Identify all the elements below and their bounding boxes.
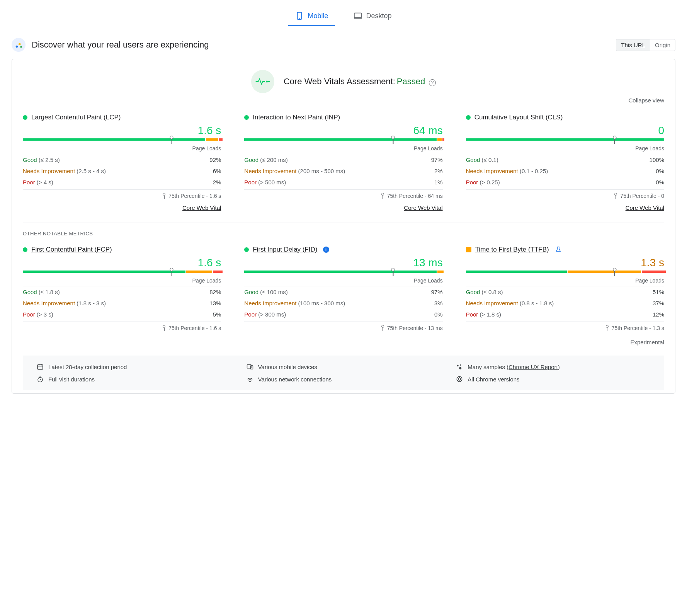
status-dot-good	[244, 115, 249, 120]
metric-name[interactable]: Interaction to Next Paint (INP)	[253, 114, 340, 121]
page-title: Discover what your real users are experi…	[32, 40, 209, 50]
metric-card: First Input Delay (FID)i13 msPage LoadsG…	[244, 246, 442, 331]
header-row: Discover what your real users are experi…	[12, 38, 675, 52]
svg-point-18	[459, 367, 462, 369]
field-data-card: Core Web Vitals Assessment: Passed ? Col…	[12, 59, 675, 394]
svg-line-20	[40, 379, 41, 379]
meta-connections: Various network connections	[247, 376, 441, 383]
svg-point-7	[266, 81, 268, 83]
chrome-icon	[456, 376, 463, 383]
metric-card: Largest Contentful Paint (LCP)1.6 sPage …	[23, 114, 221, 211]
flask-icon[interactable]	[555, 246, 561, 254]
distribution-bar	[466, 138, 664, 141]
page-loads-label: Page Loads	[466, 277, 664, 286]
dist-segment-ni	[437, 271, 443, 273]
assessment-row: Core Web Vitals Assessment: Passed ?	[23, 70, 664, 93]
percentile-marker-icon	[162, 325, 166, 331]
scope-this-url[interactable]: This URL	[616, 39, 650, 51]
distribution-bar	[244, 271, 442, 273]
distribution-row-good: Good (≤ 0.1)100%	[466, 154, 664, 165]
meta-devices: Various mobile devices	[247, 363, 441, 370]
distribution-row-good: Good (≤ 0.8 s)51%	[466, 286, 664, 298]
devices-icon	[247, 363, 253, 370]
distribution-row-ni: Needs Improvement (2.5 s - 4 s)6%	[23, 165, 221, 177]
percentile-footer: 75th Percentile - 1.6 s	[23, 322, 221, 331]
distribution-row-ni: Needs Improvement (200 ms - 500 ms)2%	[244, 165, 442, 177]
svg-point-4	[16, 46, 18, 48]
distribution-bar	[244, 138, 442, 141]
svg-line-27	[461, 380, 462, 381]
percentile-footer: 75th Percentile - 13 ms	[244, 322, 442, 331]
status-dot-good	[23, 115, 27, 120]
distribution-row-poor: Poor (> 1.8 s)12%	[466, 309, 664, 320]
desktop-icon	[354, 12, 362, 20]
core-web-vital-link[interactable]: Core Web Vital	[23, 204, 221, 211]
percentile-marker-icon	[613, 268, 616, 276]
metric-card: Cumulative Layout Shift (CLS)0Page Loads…	[466, 114, 664, 211]
distribution-row-good: Good (≤ 200 ms)97%	[244, 154, 442, 165]
tab-mobile[interactable]: Mobile	[288, 7, 335, 26]
other-metrics-grid: First Contentful Paint (FCP)1.6 sPage Lo…	[23, 246, 664, 331]
collapse-view[interactable]: Collapse view	[628, 97, 664, 104]
metric-name[interactable]: Largest Contentful Paint (LCP)	[31, 114, 121, 121]
metric-value: 1.3 s	[466, 257, 664, 269]
page-loads-label: Page Loads	[23, 277, 221, 286]
distribution-row-poor: Poor (> 0.25)0%	[466, 177, 664, 188]
metric-name[interactable]: First Input Delay (FID)	[253, 246, 317, 254]
percentile-marker-icon	[613, 136, 616, 143]
assessment-label: Core Web Vitals Assessment:	[284, 77, 395, 86]
metric-card: Interaction to Next Paint (INP)64 msPage…	[244, 114, 442, 211]
page-loads-label: Page Loads	[23, 145, 221, 154]
meta-footer: Latest 28-day collection period Various …	[23, 356, 664, 390]
tab-desktop[interactable]: Desktop	[347, 7, 398, 26]
distribution-row-good: Good (≤ 100 ms)97%	[244, 286, 442, 298]
distribution-row-poor: Poor (> 500 ms)1%	[244, 177, 442, 188]
mobile-icon	[295, 12, 304, 20]
calendar-icon	[37, 363, 44, 370]
meta-durations: Full visit durations	[37, 376, 231, 383]
page-loads-label: Page Loads	[244, 277, 442, 286]
distribution-row-ni: Needs Improvement (1.8 s - 3 s)13%	[23, 298, 221, 309]
info-icon[interactable]: i	[323, 247, 329, 253]
dist-segment-good	[244, 138, 437, 141]
meta-period: Latest 28-day collection period	[37, 363, 231, 370]
percentile-footer: 75th Percentile - 1.6 s	[23, 189, 221, 199]
dist-segment-poor	[219, 138, 223, 141]
tab-desktop-label: Desktop	[366, 12, 391, 20]
distribution-row-poor: Poor (> 300 ms)0%	[244, 309, 442, 320]
distribution-row-good: Good (≤ 2.5 s)92%	[23, 154, 221, 165]
dist-segment-good	[466, 271, 567, 273]
dist-segment-ni	[186, 271, 212, 273]
distribution-bar	[23, 271, 221, 273]
svg-line-26	[457, 380, 459, 381]
metric-name[interactable]: Time to First Byte (TTFB)	[475, 246, 549, 254]
svg-point-22	[250, 381, 250, 382]
status-dot-good	[244, 247, 249, 252]
core-web-vital-link[interactable]: Core Web Vital	[244, 204, 442, 211]
core-web-vital-link[interactable]: Core Web Vital	[466, 204, 664, 211]
metric-value: 0	[466, 124, 664, 137]
percentile-footer: 75th Percentile - 64 ms	[244, 189, 442, 199]
distribution-row-ni: Needs Improvement (100 ms - 300 ms)3%	[244, 298, 442, 309]
chrome-ux-report-link[interactable]: Chrome UX Report	[508, 364, 558, 370]
percentile-marker-icon	[391, 136, 395, 143]
dist-segment-good	[23, 138, 205, 141]
status-square-ni	[466, 247, 471, 252]
assessment-status: Passed	[397, 77, 425, 86]
percentile-marker-icon	[381, 193, 385, 199]
svg-point-5	[19, 43, 21, 45]
percentile-marker-icon	[170, 268, 173, 276]
svg-point-17	[460, 364, 461, 366]
metric-name[interactable]: First Contentful Paint (FCP)	[31, 246, 112, 254]
dist-segment-good	[466, 138, 664, 141]
percentile-footer: 75th Percentile - 1.3 s	[466, 322, 664, 331]
metric-name[interactable]: Cumulative Layout Shift (CLS)	[474, 114, 563, 121]
page-loads-label: Page Loads	[466, 145, 664, 154]
scope-toggle: This URL Origin	[616, 39, 675, 51]
help-icon[interactable]: ?	[429, 79, 436, 86]
distribution-bar	[23, 138, 221, 141]
svg-rect-2	[354, 13, 361, 18]
dist-segment-good	[244, 271, 437, 273]
scope-origin[interactable]: Origin	[650, 39, 675, 51]
meta-versions: All Chrome versions	[456, 376, 650, 383]
